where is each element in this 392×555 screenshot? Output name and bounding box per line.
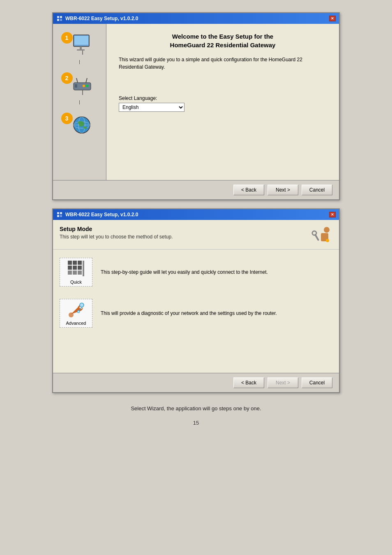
- svg-point-39: [69, 312, 74, 317]
- window1-back-button[interactable]: < Back: [233, 185, 264, 195]
- step-1: 1: [61, 32, 98, 64]
- svg-rect-5: [74, 36, 88, 45]
- svg-point-42: [77, 310, 80, 313]
- step2-number: 2: [61, 72, 73, 84]
- window1: WBR-6022 Easy Setup, v1.0.2.0 ✕ 1: [52, 12, 340, 200]
- svg-rect-35: [68, 271, 72, 275]
- quick-option[interactable]: Quick This step-by-step guide will let y…: [60, 258, 332, 287]
- setup-mode-desc: This step will let you to choose the met…: [60, 234, 173, 240]
- window1-close-button[interactable]: ✕: [329, 16, 336, 21]
- left-steps-panel: 1: [53, 24, 106, 180]
- svg-line-14: [86, 78, 87, 83]
- svg-point-11: [86, 85, 88, 87]
- advanced-desc: This will provide a diagnostic of your n…: [101, 310, 277, 317]
- svg-rect-0: [57, 16, 59, 18]
- window1-button-bar: < Back Next > Cancel: [53, 180, 339, 199]
- window2-cancel-button[interactable]: Cancel: [302, 377, 332, 388]
- svg-rect-21: [60, 212, 62, 214]
- setup-options: Quick This step-by-step guide will let y…: [53, 250, 339, 348]
- window1-next-button[interactable]: Next >: [267, 185, 298, 195]
- svg-rect-2: [57, 19, 59, 21]
- svg-line-13: [76, 78, 78, 83]
- svg-rect-30: [73, 261, 77, 265]
- svg-rect-31: [78, 261, 82, 265]
- svg-point-27: [312, 231, 316, 235]
- app-icon2: [56, 211, 63, 218]
- svg-rect-37: [78, 271, 82, 275]
- svg-point-28: [326, 239, 329, 242]
- step1-icon: [71, 34, 98, 58]
- svg-point-24: [324, 227, 330, 233]
- svg-rect-33: [73, 266, 77, 270]
- step-3: 3: [61, 113, 98, 139]
- window2-header: Setup Mode This step will let you to cho…: [53, 220, 339, 250]
- window1-body: 1: [53, 24, 339, 180]
- svg-rect-38: [83, 261, 84, 276]
- advanced-option[interactable]: Advanced This will provide a diagnostic …: [60, 299, 332, 328]
- svg-rect-34: [78, 266, 82, 270]
- window2: WBR-6022 Easy Setup, v1.0.2.0 ✕ Setup Mo…: [52, 208, 340, 393]
- svg-rect-3: [60, 19, 62, 21]
- page-number: 15: [193, 420, 199, 426]
- welcome-description: This wizard will guide you to a simple a…: [119, 56, 327, 71]
- setup-mode-title: Setup Mode: [60, 226, 173, 232]
- app-icon: [56, 15, 63, 22]
- window2-back-button[interactable]: < Back: [233, 377, 264, 388]
- svg-rect-22: [57, 215, 59, 217]
- step3-icon: [71, 115, 98, 136]
- window2-button-bar: < Back Next > Cancel: [53, 373, 339, 392]
- language-section: Select Language: English: [119, 95, 327, 112]
- language-label: Select Language:: [119, 95, 327, 101]
- step3-number: 3: [61, 113, 73, 124]
- welcome-title: Welcome to the Easy Setup for the HomeGu…: [119, 32, 327, 49]
- svg-rect-10: [75, 84, 77, 88]
- svg-rect-32: [68, 266, 72, 270]
- svg-rect-1: [60, 16, 62, 18]
- svg-rect-6: [80, 46, 82, 49]
- window2-titlebar: WBR-6022 Easy Setup, v1.0.2.0 ✕: [53, 209, 339, 220]
- window2-spacer: [53, 348, 339, 373]
- step1-number: 1: [61, 32, 73, 44]
- quick-icon-box: Quick: [60, 258, 92, 287]
- step-2: 2: [61, 72, 98, 104]
- window2-close-button[interactable]: ✕: [329, 212, 336, 217]
- svg-rect-29: [68, 261, 72, 265]
- step2-icon: [71, 76, 98, 98]
- window2-next-button[interactable]: Next >: [267, 377, 298, 388]
- advanced-label: Advanced: [66, 321, 86, 326]
- svg-rect-20: [57, 212, 59, 214]
- svg-point-40: [80, 303, 84, 307]
- header-icon: [311, 226, 332, 245]
- advanced-icon-box: Advanced: [60, 299, 92, 328]
- quick-label: Quick: [70, 280, 82, 284]
- window1-titlebar: WBR-6022 Easy Setup, v1.0.2.0 ✕: [53, 13, 339, 24]
- svg-point-12: [83, 85, 85, 87]
- language-select[interactable]: English: [119, 103, 184, 112]
- svg-rect-23: [60, 215, 62, 217]
- window1-cancel-button[interactable]: Cancel: [302, 185, 332, 195]
- caption-text: Select Wizard, the application will go s…: [131, 405, 261, 412]
- window1-title: WBR-6022 Easy Setup, v1.0.2.0: [65, 16, 138, 21]
- window2-title: WBR-6022 Easy Setup, v1.0.2.0: [65, 212, 138, 217]
- quick-desc: This step-by-step guide will let you eas…: [101, 268, 268, 276]
- svg-rect-7: [77, 49, 85, 51]
- svg-rect-36: [73, 271, 77, 275]
- window1-right-panel: Welcome to the Easy Setup for the HomeGu…: [106, 24, 339, 180]
